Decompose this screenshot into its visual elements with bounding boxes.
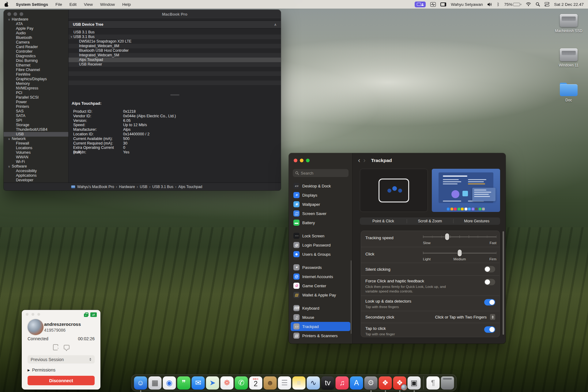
settings-sidebar-item[interactable]: ◫ Screen Saver (291, 209, 350, 218)
tab-point-and-click[interactable]: Point & Click (360, 217, 407, 225)
tap-to-click-toggle[interactable] (484, 326, 495, 333)
sidebar-item[interactable]: NVMExpress (4, 86, 68, 91)
sidebar-item[interactable]: Printers (4, 104, 68, 109)
settings-sidebar-item[interactable]: ▭ Desktop & Dock (291, 181, 350, 190)
settings-sidebar-item[interactable]: ⌨ Keyboard (291, 303, 350, 313)
anydesk-session-icon[interactable]: ❖ (393, 376, 406, 390)
sidebar-item[interactable]: USB (4, 132, 68, 137)
sidebar-item[interactable]: Memory (4, 81, 68, 86)
sidebar-item[interactable]: Card Reader (4, 45, 68, 49)
apple-tv-icon[interactable]: tv (321, 376, 334, 390)
messages-icon[interactable]: ❞ (177, 376, 190, 390)
settings-sidebar-item[interactable]: ▬ Battery (291, 218, 350, 227)
sidebar-item[interactable]: Locations (4, 146, 68, 150)
spotlight-search-icon[interactable] (536, 2, 540, 6)
sidebar-item[interactable]: SAS (4, 109, 68, 114)
finder-icon[interactable]: ☺ (134, 376, 147, 390)
sidebar-item[interactable]: Firewall (4, 141, 68, 146)
breadcrumb-item[interactable]: Alps Touchpad (173, 185, 202, 189)
click-firmness-slider[interactable] (423, 250, 496, 256)
back-arrow-icon[interactable]: ‹ (358, 157, 360, 164)
breadcrumb-item[interactable]: USB (135, 185, 148, 189)
launchpad-icon[interactable]: ▦ (149, 376, 162, 390)
collapse-chevron-icon[interactable]: ∧ (274, 23, 277, 27)
close-button[interactable] (294, 159, 297, 162)
tree-row[interactable] (69, 67, 281, 71)
settings-sidebar-item[interactable]: ▯ Mouse (291, 313, 350, 322)
chat-icon[interactable] (64, 345, 70, 349)
sidebar-item[interactable]: Thunderbolt/USB4 (4, 127, 68, 132)
menu-item[interactable]: Edit (70, 2, 77, 7)
sidebar-item[interactable]: Accessibility (4, 169, 68, 173)
safari-icon[interactable]: ◉ (163, 376, 176, 390)
anydesk-icon[interactable]: ❖ (379, 376, 392, 390)
desktop-icon-machintosh-ssd[interactable]: Machintosh SSD (553, 14, 584, 33)
wave-app-icon[interactable]: ∿ (307, 376, 320, 390)
settings-sidebar-item[interactable]: ◍ Login Password (291, 240, 350, 250)
app-store-icon[interactable]: A (350, 376, 363, 390)
pane-scrollbar[interactable] (503, 231, 504, 335)
tree-row[interactable] (69, 76, 281, 81)
calendar-icon[interactable]: DEC 2 (249, 376, 262, 390)
sidebar-item[interactable]: Developer (4, 178, 68, 183)
tree-row[interactable]: Alps Touchpad (69, 58, 281, 62)
settings-sidebar-item[interactable]: ▤ Wallet & Apple Pay (291, 290, 350, 300)
usb-device-tree-header[interactable]: USB Device Tree ∧ (69, 21, 281, 28)
sidebar-item[interactable]: Wi-Fi (4, 160, 68, 164)
settings-sidebar-item[interactable]: ☻ Users & Groups (291, 250, 350, 259)
slider-thumb[interactable] (458, 250, 462, 256)
sidebar-item[interactable]: Apple Pay (4, 26, 68, 31)
expand-chevron-icon[interactable]: ∨ (70, 35, 73, 39)
sidebar-item[interactable]: SATA (4, 114, 68, 118)
notes-icon[interactable]: ≡ (292, 376, 306, 390)
force-click-toggle[interactable] (484, 279, 495, 285)
window-controls[interactable] (26, 313, 40, 316)
settings-sidebar-item[interactable]: ▤ Printers & Scanners (291, 331, 350, 340)
menu-item[interactable]: View (84, 2, 93, 7)
display-status-icon[interactable] (440, 2, 446, 6)
waveform-status-icon[interactable] (430, 2, 436, 7)
menu-item[interactable]: File (55, 2, 62, 7)
apple-menu-icon[interactable] (4, 2, 9, 7)
file-transfer-icon[interactable] (53, 344, 58, 350)
sidebar-item[interactable]: Fibre Channel (4, 68, 68, 72)
forward-arrow-icon[interactable]: › (363, 157, 365, 164)
pane-resize-handle[interactable] (170, 94, 179, 96)
tree-row[interactable]: Integrated_Webcam_8M (69, 44, 281, 48)
minimize-button[interactable] (300, 159, 303, 162)
settings-sidebar-item[interactable]: ⋯ Lock Screen (291, 231, 350, 240)
sidebar-scrollbar[interactable] (351, 260, 352, 334)
contacts-icon[interactable]: ☻ (264, 376, 277, 390)
tree-row[interactable]: DW5821e Snapdragon X20 LTE (69, 39, 281, 44)
sidebar-item[interactable]: PCI (4, 91, 68, 95)
sidebar-item[interactable]: Parallel SCSI (4, 95, 68, 100)
music-icon[interactable]: ♫ (336, 376, 349, 390)
sidebar-section-network[interactable]: ∨Network (4, 137, 68, 141)
sidebar-item[interactable]: Bluetooth (4, 36, 68, 40)
photos-icon[interactable]: ❁ (221, 376, 234, 390)
tree-row[interactable]: Integrated_Webcam_5M (69, 53, 281, 58)
wifi-icon[interactable] (526, 2, 531, 6)
menu-item[interactable]: Window (100, 2, 115, 7)
settings-sidebar-item[interactable]: ❀ Wallpaper (291, 200, 350, 209)
mail-icon[interactable]: ✉ (192, 376, 205, 390)
sidebar-item[interactable]: Controller (4, 49, 68, 54)
tree-row[interactable]: USB Receiver (69, 62, 281, 67)
sidebar-section-software[interactable]: ∨Software (4, 164, 68, 169)
bluetooth-icon[interactable]: ᛒ (497, 2, 499, 7)
tree-row[interactable] (69, 71, 281, 76)
control-center-icon[interactable] (545, 2, 549, 6)
settings-sidebar-item[interactable]: ✦ Passwords (291, 263, 350, 272)
session-select[interactable]: Previous Session (28, 355, 95, 364)
sidebar-item[interactable]: Disc Burning (4, 58, 68, 63)
tree-row[interactable]: ∨ USB 3.1 Bus (69, 35, 281, 39)
desktop-icon-doc-folder[interactable]: Doc (553, 83, 584, 102)
sidebar-item[interactable]: Camera (4, 40, 68, 45)
window-controls[interactable] (294, 159, 310, 162)
disconnect-button[interactable]: Disconnect (28, 376, 95, 385)
reminders-icon[interactable]: ☰ (278, 376, 291, 390)
screen-sharing-indicator-icon[interactable] (415, 2, 426, 7)
logged-in-user[interactable]: Wahyu Setyawan (451, 2, 483, 7)
menu-item[interactable]: Help (122, 2, 131, 7)
menu-bar-clock[interactable]: Sat 2 Dec 22.47 (554, 2, 584, 7)
